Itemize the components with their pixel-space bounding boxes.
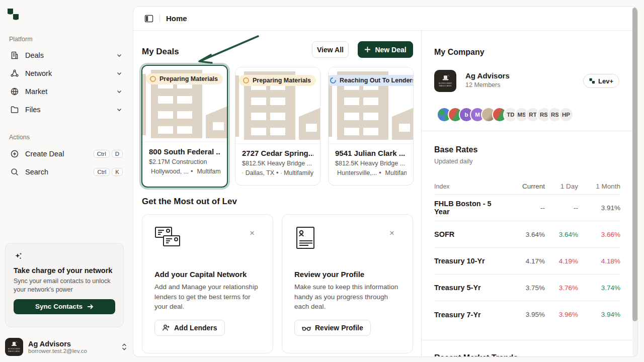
deal-amount: $812.5K Heavy Bridge ... — [335, 160, 407, 167]
sidebar: Platform Deals Network Market Files Acti… — [0, 0, 133, 362]
divider — [422, 131, 633, 131]
lev-logo-icon — [7, 8, 20, 21]
onboarding-card-body: Make sure to keep this information handy… — [294, 282, 400, 312]
sparkles-icon — [14, 251, 24, 261]
shortcut-keys: Ctrl D — [94, 150, 123, 158]
profile-document-icon — [294, 226, 317, 251]
keycap-d: D — [112, 150, 123, 158]
sidebar-item-label: Network — [25, 69, 110, 77]
get-most-heading: Get the Most out of Lev — [142, 197, 237, 207]
deal-meta: Dallas, TX • Multifamily — [242, 169, 313, 176]
right-panel: My Company BORROWERMAGICIANS Ag Advisors… — [421, 31, 632, 357]
company-avatar: BORROWERMAGICIANS — [5, 338, 23, 356]
account-email: borrower.test.2@lev.co — [28, 348, 116, 354]
deal-title: 9541 Julian Clark ... — [335, 149, 407, 157]
status-badge: Preparing Materials — [146, 73, 223, 84]
sidebar-toggle-icon[interactable] — [144, 14, 153, 23]
status-badge: Preparing Materials — [239, 75, 316, 86]
keycap-ctrl: Ctrl — [94, 150, 110, 158]
sidebar-action-search[interactable]: Search Ctrl K — [5, 163, 128, 181]
column-1-month: 1 Month — [578, 183, 620, 190]
deal-amount: $2.17M Construction — [149, 158, 220, 165]
onboarding-card-body: Add and Manage your relationship lenders… — [154, 282, 261, 312]
sync-network-promo-card: Take charge of your network Sync your em… — [5, 243, 124, 327]
close-icon[interactable]: × — [389, 229, 394, 237]
member-avatar[interactable]: HP — [558, 107, 574, 122]
add-lenders-button[interactable]: Add Lenders — [154, 320, 225, 336]
top-hat-icon — [441, 75, 450, 82]
sync-contacts-button[interactable]: Sync Contacts — [14, 299, 115, 314]
deal-card-9541-julian-clark[interactable]: Reaching Out To Lenders 9541 Julian Clar… — [328, 67, 414, 186]
onboarding-card-title: Add your Capital Network — [154, 270, 261, 279]
main-panel: Home My Deals View All New Deal Preparin… — [133, 6, 638, 357]
member-avatar-stack: b M TD MS RT RS RS HP — [437, 107, 574, 122]
recent-market-trends-heading: Recent Market Trends — [434, 353, 518, 357]
glasses-icon — [302, 324, 311, 331]
chevron-down-icon — [116, 106, 123, 113]
column-current: Current — [497, 183, 545, 190]
lev-logo-icon — [589, 78, 595, 84]
action-label: Search — [25, 168, 88, 176]
chevron-down-icon — [116, 52, 123, 59]
status-spinner-icon — [330, 77, 337, 84]
location-pin-icon — [242, 170, 244, 176]
promo-body: Sync your email contacts to unlock your … — [14, 277, 115, 294]
sidebar-item-label: Files — [25, 106, 110, 114]
sidebar-action-create-deal[interactable]: Create Deal Ctrl D — [5, 145, 128, 163]
plus-icon — [364, 46, 371, 53]
top-hat-icon — [11, 341, 18, 347]
sidebar-item-network[interactable]: Network — [5, 64, 128, 82]
sidebar-item-files[interactable]: Files — [5, 101, 128, 119]
deal-info: 2727 Cedar Spring... $812.5K Heavy Bridg… — [235, 144, 320, 182]
breadcrumb-home: Home — [166, 14, 187, 23]
deal-info: 9541 Julian Clark ... $812.5K Heavy Brid… — [329, 144, 413, 182]
base-rates-heading: Base Rates — [434, 145, 477, 154]
deal-info: 800 South Federal ... $2.17M Constructio… — [142, 142, 227, 180]
deal-card-2727-cedar-springs[interactable]: Preparing Materials 2727 Cedar Spring...… — [235, 67, 320, 186]
status-ring-icon — [243, 77, 250, 84]
deal-photo: Preparing Materials — [142, 66, 227, 142]
lev-plus-badge[interactable]: Lev+ — [583, 74, 619, 88]
account-switcher[interactable]: BORROWERMAGICIANS Ag Advisors borrower.t… — [5, 336, 128, 358]
deal-photo: Preparing Materials — [235, 67, 320, 144]
market-icon — [10, 87, 19, 96]
top-bar: Home — [133, 7, 637, 31]
status-badge: Reaching Out To Lenders — [329, 75, 413, 86]
actions-section-label: Actions — [9, 134, 30, 141]
network-icon — [10, 69, 19, 78]
base-rates-subtitle: Updated daily — [434, 158, 472, 165]
building-icon — [281, 170, 282, 176]
deal-meta: Hollywood, ... • Multifamily — [149, 168, 220, 175]
new-deal-button[interactable]: New Deal — [358, 41, 413, 58]
keycap-ctrl: Ctrl — [94, 168, 110, 176]
review-profile-card: × Review your Profile Make sure to keep … — [282, 214, 413, 353]
chevron-down-icon — [116, 70, 123, 77]
chevron-down-icon — [116, 88, 123, 95]
sidebar-item-label: Market — [25, 87, 110, 96]
close-icon[interactable]: × — [250, 229, 255, 237]
deal-photo: Reaching Out To Lenders — [329, 67, 413, 144]
arrow-right-icon — [87, 303, 94, 310]
shortcut-keys: Ctrl K — [94, 168, 123, 176]
add-capital-network-card: × Add your Capital Network Add and Manag… — [142, 214, 273, 353]
deal-meta: Huntersville,... • Multifamily — [335, 169, 407, 176]
sidebar-item-deals[interactable]: Deals — [5, 46, 128, 64]
person-plus-icon — [162, 324, 170, 332]
divider — [159, 15, 160, 23]
column-index: Index — [434, 183, 497, 190]
column-1-day: 1 Day — [545, 183, 578, 190]
review-profile-button[interactable]: Review Profile — [294, 320, 371, 336]
table-row: Treasury 7-Yr 3.95% 3.96% 3.94% — [434, 301, 620, 328]
business-cards-icon — [154, 226, 182, 249]
base-rates-table: Index Current 1 Day 1 Month FHLB Boston … — [434, 178, 620, 328]
deal-card-800-south-federal[interactable]: Preparing Materials 800 South Federal ..… — [141, 65, 228, 188]
table-header-row: Index Current 1 Day 1 Month — [434, 178, 620, 195]
scrollbar-thumb[interactable] — [632, 8, 637, 321]
divider — [422, 340, 633, 340]
table-row: Treasury 10-Yr 4.17% 4.19% 4.18% — [434, 248, 620, 275]
sidebar-item-market[interactable]: Market — [5, 82, 128, 101]
table-row: FHLB Boston - 5 Year -- -- 3.91% — [434, 195, 620, 221]
my-deals-heading: My Deals — [142, 47, 179, 57]
table-row: SOFR 3.64% 3.64% 3.66% — [434, 221, 620, 248]
view-all-button[interactable]: View All — [312, 41, 349, 58]
